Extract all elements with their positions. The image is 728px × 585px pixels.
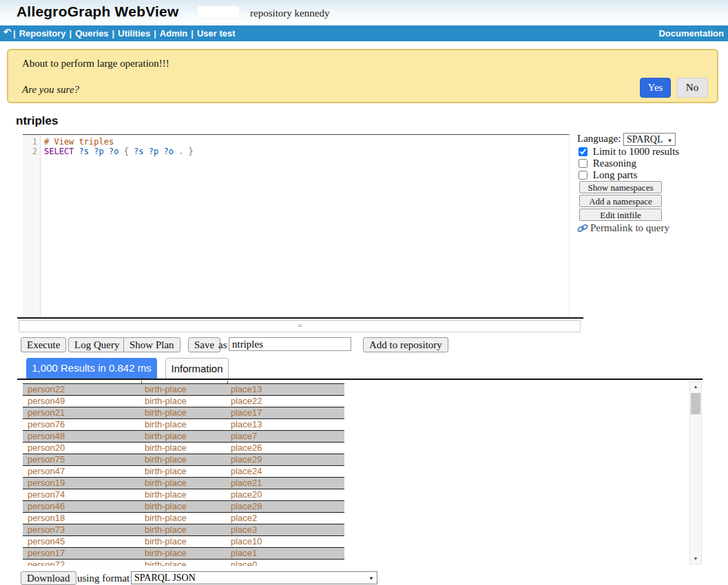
table-cell[interactable]: birth-place bbox=[145, 536, 231, 547]
permalink-to-query-link[interactable]: Permalink to query bbox=[577, 222, 669, 234]
table-row: person45birth-placeplace10 bbox=[23, 536, 344, 548]
tab-results[interactable]: 1,000 Results in 0.842 ms bbox=[26, 358, 157, 379]
nav-documentation-link[interactable]: Documentation bbox=[658, 28, 724, 39]
scroll-up-button[interactable]: ▲ bbox=[690, 382, 701, 392]
table-cell[interactable]: place17 bbox=[231, 407, 344, 418]
table-cell[interactable]: birth-place bbox=[145, 454, 231, 465]
code-line: 1# View triples bbox=[23, 137, 569, 147]
table-cell[interactable]: birth-place bbox=[145, 384, 231, 395]
table-cell[interactable]: place28 bbox=[231, 501, 344, 512]
table-cell[interactable]: person49 bbox=[23, 396, 145, 407]
save-button[interactable]: Save bbox=[188, 337, 220, 352]
download-button[interactable]: Download bbox=[21, 571, 76, 585]
alert-no-button[interactable]: No bbox=[676, 78, 708, 98]
table-cell[interactable]: birth-place bbox=[145, 443, 231, 454]
table-cell[interactable]: place7 bbox=[231, 431, 344, 442]
table-cell[interactable]: birth-place bbox=[145, 489, 231, 500]
table-cell[interactable]: birth-place bbox=[145, 419, 231, 430]
nav-item-utilities[interactable]: Utilities bbox=[118, 28, 150, 39]
table-row: person19birth-placeplace21 bbox=[23, 478, 344, 489]
table-cell[interactable]: person48 bbox=[23, 431, 145, 442]
main-nav: ↶ |Repository|Queries|Utilities|Admin|Us… bbox=[0, 25, 728, 41]
tab-information[interactable]: Information bbox=[165, 358, 229, 379]
nav-item-queries[interactable]: Queries bbox=[75, 28, 108, 39]
execute-button[interactable]: Execute bbox=[21, 337, 66, 352]
table-cell[interactable]: birth-place bbox=[145, 513, 231, 524]
table-row: person49birth-placeplace22 bbox=[23, 396, 344, 407]
table-cell[interactable]: place21 bbox=[231, 478, 344, 489]
table-cell[interactable]: person21 bbox=[23, 407, 145, 418]
table-cell[interactable]: place26 bbox=[231, 443, 344, 454]
table-cell[interactable]: person18 bbox=[23, 513, 145, 524]
table-cell[interactable]: birth-place bbox=[145, 407, 231, 418]
table-cell[interactable]: person75 bbox=[23, 454, 145, 465]
table-cell[interactable]: place13 bbox=[231, 419, 344, 430]
nav-item-admin[interactable]: Admin bbox=[160, 28, 187, 39]
nav-item-repository[interactable]: Repository bbox=[19, 28, 66, 39]
table-cell[interactable]: birth-place bbox=[145, 431, 231, 442]
table-cell[interactable]: person19 bbox=[23, 478, 145, 489]
results-table: person22birth-placeplace13person49birth-… bbox=[23, 380, 344, 566]
table-cell[interactable]: birth-place bbox=[145, 560, 231, 566]
table-cell[interactable]: person46 bbox=[23, 501, 145, 512]
editor-bottom-divider bbox=[17, 317, 583, 319]
table-cell[interactable]: birth-place bbox=[145, 478, 231, 489]
results-scrollbar[interactable]: ▲ ▼ bbox=[689, 381, 702, 564]
table-row: person20birth-placeplace26 bbox=[23, 443, 344, 454]
using-format-label: using format bbox=[77, 573, 129, 584]
add-to-repository-button[interactable]: Add to repository bbox=[363, 337, 448, 352]
scroll-down-button[interactable]: ▼ bbox=[690, 554, 701, 564]
table-cell[interactable]: person45 bbox=[23, 536, 145, 547]
reasoning-checkbox-row: Reasoning bbox=[579, 158, 636, 169]
alert-question: Are you sure? bbox=[22, 84, 79, 96]
table-cell[interactable]: person17 bbox=[23, 548, 145, 559]
results-area: person22birth-placeplace13person49birth-… bbox=[17, 380, 703, 566]
nav-separator: | bbox=[13, 28, 16, 39]
query-editor[interactable]: 1# View triples2SELECT ?s ?p ?o { ?s ?p … bbox=[23, 134, 570, 318]
table-cell[interactable]: place0 bbox=[231, 560, 344, 566]
reasoning-checkbox[interactable] bbox=[579, 159, 587, 168]
download-format-select[interactable]: SPARQL JSON▼ bbox=[131, 571, 377, 584]
table-cell[interactable]: birth-place bbox=[145, 524, 231, 535]
table-cell[interactable]: birth-place bbox=[145, 548, 231, 559]
language-select[interactable]: SPARQL▼ bbox=[623, 133, 676, 146]
table-cell[interactable]: place10 bbox=[231, 536, 344, 547]
table-cell[interactable]: person73 bbox=[23, 524, 145, 535]
table-cell[interactable]: person22 bbox=[23, 384, 145, 395]
table-cell[interactable]: place2 bbox=[231, 513, 344, 524]
nav-item-user-test[interactable]: User test bbox=[197, 28, 236, 39]
alert-yes-button[interactable]: Yes bbox=[640, 78, 671, 98]
table-cell[interactable]: place29 bbox=[231, 454, 344, 465]
show-namespaces-button[interactable]: Show namespaces bbox=[579, 181, 662, 193]
long-parts-checkbox[interactable] bbox=[579, 171, 587, 180]
log-query-button[interactable]: Log Query bbox=[68, 337, 125, 352]
table-cell[interactable]: person20 bbox=[23, 443, 145, 454]
code-text: # View triples bbox=[40, 137, 114, 147]
add-namespace-button[interactable]: Add a namespace bbox=[579, 195, 662, 207]
table-cell[interactable]: place13 bbox=[231, 384, 344, 395]
table-cell[interactable]: person74 bbox=[23, 489, 145, 500]
table-cell[interactable]: place20 bbox=[231, 489, 344, 500]
scrollbar-thumb[interactable] bbox=[691, 393, 700, 414]
table-row: person48birth-placeplace7 bbox=[23, 431, 344, 443]
show-plan-button[interactable]: Show Plan bbox=[123, 337, 180, 352]
table-row: person46birth-placeplace28 bbox=[23, 501, 344, 513]
editor-resize-handle[interactable]: ≡ bbox=[19, 320, 581, 332]
edit-initfile-button[interactable]: Edit initfile bbox=[579, 209, 662, 221]
table-cell[interactable]: person47 bbox=[23, 466, 145, 477]
long-parts-label: Long parts bbox=[593, 169, 638, 180]
allegrograph-webview-page: AllegroGraph WebView repository kennedy … bbox=[0, 0, 728, 585]
download-format-value: SPARQL JSON bbox=[134, 573, 196, 583]
limit-results-checkbox[interactable] bbox=[579, 147, 587, 156]
table-cell[interactable]: birth-place bbox=[145, 501, 231, 512]
table-cell[interactable]: place22 bbox=[231, 396, 344, 407]
table-cell[interactable]: person72 bbox=[23, 560, 145, 566]
save-name-input[interactable] bbox=[229, 337, 351, 351]
table-row: person18birth-placeplace2 bbox=[23, 513, 344, 524]
table-cell[interactable]: place3 bbox=[231, 524, 344, 535]
table-cell[interactable]: place1 bbox=[231, 548, 344, 559]
table-cell[interactable]: birth-place bbox=[145, 466, 231, 477]
table-cell[interactable]: person76 bbox=[23, 419, 145, 430]
table-cell[interactable]: place24 bbox=[231, 466, 344, 477]
table-cell[interactable]: birth-place bbox=[145, 396, 231, 407]
